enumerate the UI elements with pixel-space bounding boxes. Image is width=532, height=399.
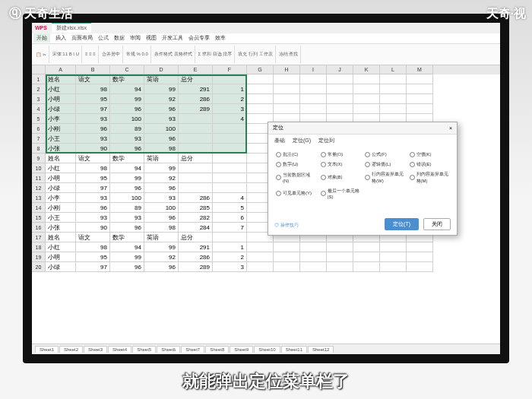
cell[interactable]: 289 [179, 104, 213, 114]
cell[interactable] [353, 74, 380, 84]
cell[interactable] [353, 104, 380, 114]
cell[interactable]: 90 [76, 144, 110, 154]
locate-option[interactable]: 错误(E) [410, 161, 450, 168]
cell[interactable]: 93 [76, 213, 110, 223]
sheet-tab[interactable]: Sheet7 [181, 346, 204, 353]
cell[interactable]: 98 [144, 144, 179, 154]
menu-item[interactable]: 数据 [114, 34, 125, 42]
cell[interactable]: 93 [76, 193, 110, 203]
cancel-button[interactable]: 关闭 [423, 218, 451, 230]
cell[interactable] [247, 242, 274, 252]
cell[interactable]: 97 [76, 262, 110, 272]
cell[interactable] [380, 252, 407, 262]
cell[interactable]: 96 [144, 213, 179, 223]
cell[interactable]: 100 [110, 193, 144, 203]
cell[interactable]: 284 [179, 223, 213, 233]
sheet-tab[interactable]: Sheet4 [108, 346, 131, 353]
cell[interactable]: 96 [144, 104, 179, 114]
cell[interactable]: 99 [144, 163, 179, 173]
cell[interactable]: 小刚 [46, 124, 76, 134]
ok-button[interactable]: 定位(T) [385, 218, 419, 230]
cell[interactable] [380, 84, 407, 94]
cell[interactable]: 291 [179, 84, 213, 94]
cell[interactable]: 数学 [110, 74, 144, 84]
cell[interactable]: 99 [144, 84, 179, 94]
cell[interactable]: 3 [213, 262, 247, 272]
sheet-tab[interactable]: Sheet1 [35, 346, 59, 353]
cell[interactable] [300, 252, 327, 262]
sheet-tab[interactable]: Sheet5 [132, 346, 156, 353]
cell[interactable]: 96 [144, 183, 179, 193]
cell[interactable] [300, 242, 327, 252]
cell[interactable]: 89 [110, 124, 144, 134]
locate-option[interactable]: 公式(F) [365, 151, 405, 158]
cell[interactable] [179, 163, 213, 173]
cell[interactable] [247, 252, 274, 262]
cell[interactable]: 姓名 [46, 74, 76, 84]
row-header[interactable]: 12 [32, 183, 46, 193]
cell[interactable]: 99 [110, 252, 144, 262]
cell[interactable]: 98 [76, 163, 110, 173]
cell[interactable]: 99 [110, 94, 144, 104]
cell[interactable]: 数学 [110, 154, 144, 163]
cell[interactable] [213, 74, 247, 84]
cell[interactable]: 英语 [144, 154, 179, 163]
cell[interactable]: 小红 [46, 84, 76, 94]
cell[interactable]: 93 [144, 114, 179, 124]
cell[interactable]: 总分 [179, 74, 213, 84]
cell[interactable] [247, 84, 274, 94]
cell[interactable]: 3 [213, 104, 247, 114]
cell[interactable]: 小红 [46, 163, 76, 173]
cell[interactable] [247, 94, 274, 104]
sheet-tab[interactable]: Sheet2 [59, 346, 83, 353]
col-header[interactable]: J [327, 65, 353, 74]
cell[interactable]: 97 [76, 183, 110, 193]
row-header[interactable]: 6 [32, 124, 46, 134]
cell[interactable]: 4 [213, 193, 247, 203]
cell[interactable] [179, 173, 213, 183]
cell[interactable] [274, 104, 300, 114]
cell[interactable]: 291 [179, 242, 213, 252]
row-header[interactable]: 7 [32, 134, 46, 144]
cell[interactable]: 285 [179, 203, 213, 213]
cell[interactable] [274, 262, 300, 272]
locate-option[interactable]: 可见单元格(Y) [276, 188, 316, 199]
cell[interactable]: 小李 [46, 114, 76, 124]
cell[interactable] [274, 94, 300, 104]
cell[interactable] [274, 242, 300, 252]
cell[interactable] [300, 84, 327, 94]
cell[interactable] [213, 134, 247, 144]
cell[interactable] [407, 84, 433, 94]
cell[interactable]: 95 [76, 94, 110, 104]
sheet-tab[interactable]: Sheet10 [254, 346, 280, 353]
row-header[interactable]: 4 [32, 104, 46, 114]
locate-option[interactable]: 数字(U) [276, 161, 316, 168]
cell[interactable]: 5 [213, 203, 247, 213]
cell[interactable]: 100 [144, 203, 179, 213]
cell[interactable]: 小李 [46, 193, 76, 203]
locate-option[interactable]: 空值(K) [410, 151, 450, 158]
cell[interactable]: 英语 [144, 233, 179, 242]
cell[interactable] [179, 114, 213, 124]
row-header[interactable]: 14 [32, 203, 46, 213]
cell[interactable] [353, 84, 380, 94]
cell[interactable]: 286 [179, 94, 213, 104]
cell[interactable]: 96 [110, 223, 144, 233]
locate-option[interactable]: 当前数据区域(N) [276, 171, 316, 185]
cell[interactable] [327, 104, 353, 114]
cell[interactable] [300, 104, 327, 114]
cell[interactable]: 96 [110, 144, 144, 154]
col-header[interactable]: I [300, 65, 327, 74]
cell[interactable]: 小红 [46, 242, 76, 252]
cell[interactable]: 姓名 [46, 154, 76, 163]
locate-option[interactable]: 文本(X) [321, 161, 361, 168]
cell[interactable] [213, 173, 247, 183]
col-header[interactable]: F [213, 65, 247, 74]
cell[interactable]: 94 [110, 163, 144, 173]
cell[interactable] [274, 74, 300, 84]
row-header[interactable]: 9 [32, 154, 46, 163]
cell[interactable]: 小绿 [46, 183, 76, 193]
cell[interactable] [380, 94, 407, 104]
cell[interactable] [327, 252, 353, 262]
cell[interactable] [380, 104, 407, 114]
